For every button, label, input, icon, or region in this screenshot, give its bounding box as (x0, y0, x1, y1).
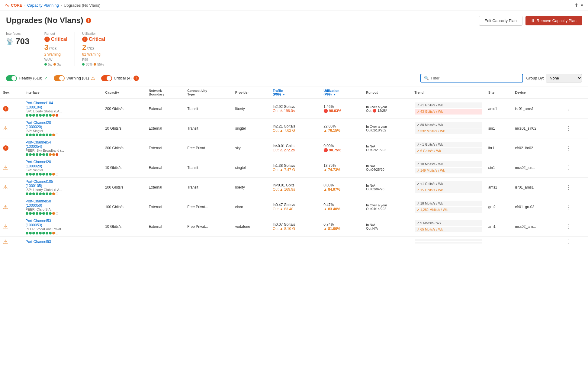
cell-more-actions: ⋮ (561, 99, 588, 119)
warning-toggle[interactable] (54, 75, 65, 81)
critical-toggle[interactable] (101, 75, 112, 81)
dot (32, 153, 35, 156)
trend1: ↗ 80 Mbits/s / Wk (415, 122, 482, 128)
dot (49, 134, 52, 136)
dot (26, 153, 28, 156)
page-title: Upgrades (No Vlans) ! (6, 16, 91, 25)
dot (29, 153, 32, 156)
dot (46, 153, 48, 156)
interface-name[interactable]: Port-Channel53 (26, 240, 99, 244)
healthy-toggle[interactable] (6, 75, 17, 81)
critical-toggle-group: Critical (4) ! (101, 75, 139, 81)
interface-name[interactable]: Port-Channel104(1000104) (26, 101, 99, 109)
search-input[interactable] (431, 76, 519, 80)
dots-row (26, 232, 99, 234)
dot (39, 232, 42, 234)
remove-capacity-plan-button[interactable]: 🗑 Remove Capacity Plan (525, 16, 582, 25)
group-by-select[interactable]: None Site Device Provider (546, 74, 582, 82)
healthy-label: Healthy (618) (19, 76, 42, 80)
runout-dot1 (44, 63, 47, 66)
edit-capacity-plan-button[interactable]: Edit Capacity Plan (479, 16, 522, 26)
row-more-button[interactable]: ⋮ (564, 203, 573, 211)
row-more-button[interactable]: ⋮ (564, 184, 573, 191)
page-alert-icon: ! (86, 18, 91, 23)
interface-name[interactable]: Port-Channel20(1000020) (26, 160, 99, 168)
cell-runout: In N/A Out02/04/20 (363, 178, 412, 197)
interfaces-table: Sev. Interface Capacity NetworkBoundary … (0, 86, 588, 247)
dot (42, 232, 45, 234)
dot (32, 232, 35, 234)
runout-dot2 (53, 63, 56, 66)
col-runout: Runout (363, 86, 412, 99)
util-crit-icon: ! (82, 37, 88, 42)
util-crit-label: Critical (89, 37, 105, 42)
util-warning: 82 Warning (82, 52, 105, 57)
interface-name[interactable]: Port-Channel20(1000020) (26, 121, 99, 129)
dot (56, 173, 58, 176)
warning-triangle-icon: ⚠ (91, 75, 95, 81)
traffic-in: In<0.01 Gbits (273, 183, 317, 187)
dots-row (26, 114, 99, 117)
col-actions (561, 86, 588, 99)
dot (36, 114, 38, 117)
col-traffic[interactable]: Traffic(P99) ▼ (270, 86, 320, 99)
col-sev: Sev. (0, 86, 23, 99)
cell-device: cfr02_lhr02 (512, 138, 561, 158)
dot (32, 173, 35, 176)
runout-in: In N/A (366, 223, 409, 227)
interface-name[interactable]: Port-Channel54(1000054) (26, 140, 99, 149)
cell-sev: ! (0, 99, 23, 119)
util-dot2 (94, 63, 96, 66)
cell-runout: In Over a year Out02/18/202 (363, 119, 412, 138)
stat-utilization: Utilization ! Critical 2 /703 82 Warning… (82, 32, 112, 66)
menu-icon[interactable]: ▾ (581, 2, 583, 8)
cell-sev: ⚠ (0, 178, 23, 197)
dot (56, 212, 58, 215)
runout-denom: /703 (49, 46, 56, 51)
trend1: ↗ <1 Gbits/s / Wk (415, 181, 482, 187)
nav-actions: ⬆ ▾ (574, 2, 583, 8)
row-more-button[interactable]: ⋮ (564, 164, 573, 171)
dot (46, 232, 48, 234)
cell-site: ams1 (485, 178, 512, 197)
row-more-button[interactable]: ⋮ (564, 125, 573, 132)
cell-site: sin1 (485, 158, 512, 178)
util-out: ▲ 83.40% (323, 207, 360, 211)
table-row: ! Port-Channel54(1000054) PEER: Sky Broa… (0, 138, 588, 158)
row-more-button[interactable]: ⋮ (564, 105, 573, 112)
interface-name[interactable]: Port-Channel105(1000105) (26, 179, 99, 188)
cell-device: isr01_ams1 (512, 99, 561, 119)
dots-row (26, 134, 99, 136)
util-in: 0.74% (323, 222, 360, 227)
util-dot1-label: 85% (86, 63, 92, 66)
dots-row (26, 153, 99, 156)
share-icon[interactable]: ⬆ (574, 2, 578, 8)
filter-toggles: Healthy (618) ✓ Warning (81) ⚠ Critical … (6, 75, 139, 81)
dots-row (26, 173, 99, 176)
cell-sev: ⚠ (0, 237, 23, 247)
traffic-out: Out ▲ 7.62 G (273, 128, 317, 133)
util-out: ▲ 84.97% (323, 187, 360, 192)
breadcrumb-capacity-planning[interactable]: Capacity Planning (27, 3, 59, 8)
dot (39, 114, 42, 117)
dot (39, 153, 42, 156)
dot (26, 114, 28, 117)
traffic-out: Out ⚠ 272.2s (273, 148, 317, 152)
interface-name[interactable]: Port-Channel50(1000050) (26, 199, 99, 208)
dot (36, 134, 38, 136)
table-header-row: Sev. Interface Capacity NetworkBoundary … (0, 86, 588, 99)
row-more-button[interactable]: ⋮ (564, 144, 573, 152)
runout-sub-label: WoW (44, 58, 53, 61)
util-warn-icon: ▲ (323, 187, 327, 192)
col-utilization[interactable]: Utilization(P99) ▼ (320, 86, 363, 99)
cell-boundary: External (146, 119, 185, 138)
row-more-button[interactable]: ⋮ (564, 223, 573, 230)
col-boundary: NetworkBoundary (146, 86, 185, 99)
row-more-button[interactable]: ⋮ (564, 238, 573, 245)
col-device: Device (512, 86, 561, 99)
table-row: ⚠ Port-Channel105(1000105) ISP: Liberty … (0, 178, 588, 197)
cell-provider (232, 237, 270, 247)
cell-runout (363, 237, 412, 247)
cell-conn-type: Transit (184, 158, 232, 178)
interface-name[interactable]: Port-Channel53(1000053) (26, 219, 99, 227)
